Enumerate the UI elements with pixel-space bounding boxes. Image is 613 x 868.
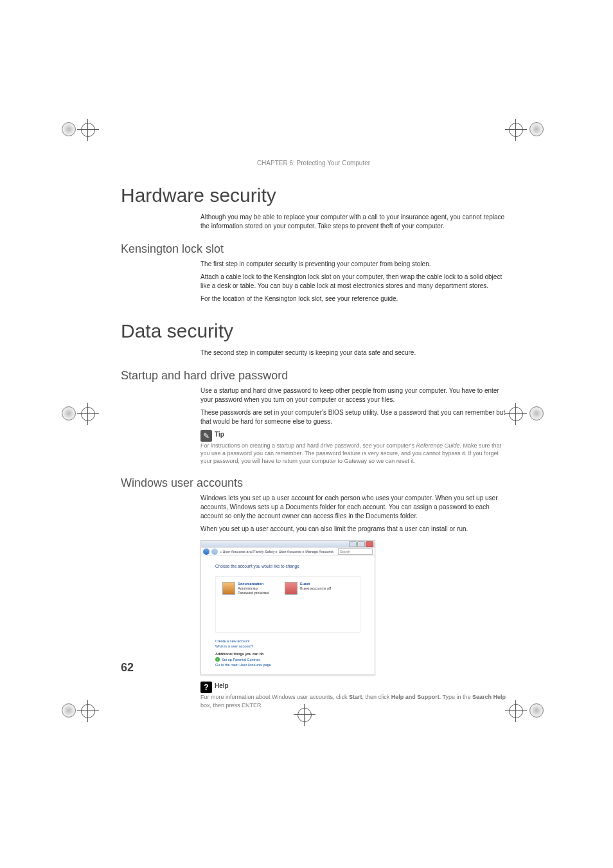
account-item-documentation[interactable]: Documentation Administrator Password pro… — [222, 582, 269, 627]
page-number: 62 — [121, 661, 134, 674]
registration-mark-tr — [505, 112, 544, 150]
help-text-key: ENTER — [242, 702, 262, 709]
manage-accounts-screenshot: « User Accounts and Family Safety ▸ User… — [200, 540, 375, 675]
link-what-is-account[interactable]: What is a user account? — [215, 644, 360, 648]
tip-title: Tip — [215, 431, 224, 438]
help-text-bold: Start — [349, 694, 362, 700]
nav-forward-button[interactable] — [211, 548, 218, 555]
account-item-guest[interactable]: Guest Guest account is off — [285, 582, 332, 627]
account-status: Password protected — [238, 591, 269, 595]
heading-windows-accounts: Windows user accounts — [121, 476, 506, 490]
heading-startup-password: Startup and hard drive password — [121, 369, 506, 383]
help-text: in the — [457, 694, 473, 700]
heading-kensington: Kensington lock slot — [121, 242, 506, 256]
chapter-header: CHAPTER 6: Protecting Your Computer — [121, 159, 506, 167]
breadcrumb[interactable]: « User Accounts and Family Safety ▸ User… — [220, 550, 336, 554]
window-titlebar — [201, 541, 375, 547]
registration-mark-mr — [505, 396, 544, 435]
help-icon: ? — [200, 682, 212, 693]
link-create-account[interactable]: Create a new account — [215, 639, 360, 643]
account-name: Guest — [300, 582, 332, 586]
help-callout: ?Help For more information about Windows… — [200, 682, 506, 709]
paragraph: Use a startup and hard drive password to… — [200, 386, 506, 404]
account-role: Administrator — [238, 586, 269, 591]
account-name: Documentation — [238, 582, 269, 586]
registration-mark-tl — [62, 112, 100, 150]
window-close-button[interactable] — [366, 541, 373, 547]
help-text: . — [262, 702, 263, 709]
help-text: . Type — [440, 694, 457, 700]
link-parental-controls[interactable]: Set up Parental Controls — [215, 657, 360, 662]
help-text: , then click — [362, 694, 391, 700]
tip-callout: ✎Tip For instructions on creating a star… — [200, 430, 506, 465]
heading-hardware-security: Hardware security — [121, 185, 506, 206]
paragraph: When you set up a user account, you can … — [200, 525, 506, 534]
paragraph: Although you may be able to replace your… — [200, 213, 506, 231]
paragraph: These passwords are set in your computer… — [200, 408, 506, 426]
registration-mark-br — [505, 693, 544, 732]
registration-mark-bl — [62, 693, 100, 732]
help-text: For more information about Windows user … — [200, 694, 349, 700]
tip-text: For instructions on creating a startup a… — [200, 442, 416, 449]
window-min-button[interactable] — [349, 541, 357, 547]
tip-icon: ✎ — [200, 430, 212, 442]
account-avatar — [222, 582, 235, 595]
window-max-button[interactable] — [357, 541, 365, 547]
nav-back-button[interactable] — [203, 548, 209, 555]
help-title: Help — [215, 682, 229, 689]
link-main-accounts-page[interactable]: Go to the main User Accounts page — [215, 663, 360, 667]
account-avatar — [285, 582, 298, 595]
account-status: Guest account is off — [300, 586, 332, 591]
heading-data-security: Data security — [121, 320, 506, 342]
help-text-bold: Help and Support — [391, 694, 440, 700]
help-text: box, then press — [200, 702, 242, 709]
search-input[interactable]: Search — [338, 548, 373, 555]
instruction-text: Choose the account you would like to cha… — [215, 564, 360, 568]
paragraph: The first step in computer security is p… — [200, 260, 506, 269]
paragraph: The second step in computer security is … — [200, 348, 506, 357]
links-group-title: Additional things you can do — [215, 652, 360, 656]
paragraph: Windows lets you set up a user account f… — [200, 494, 506, 521]
registration-mark-ml — [62, 396, 100, 435]
help-text-bold: Search Help — [472, 694, 506, 700]
tip-text-em: Reference Guide — [416, 442, 459, 449]
paragraph: For the location of the Kensington lock … — [200, 294, 506, 303]
paragraph: Attach a cable lock to the Kensington lo… — [200, 273, 506, 291]
